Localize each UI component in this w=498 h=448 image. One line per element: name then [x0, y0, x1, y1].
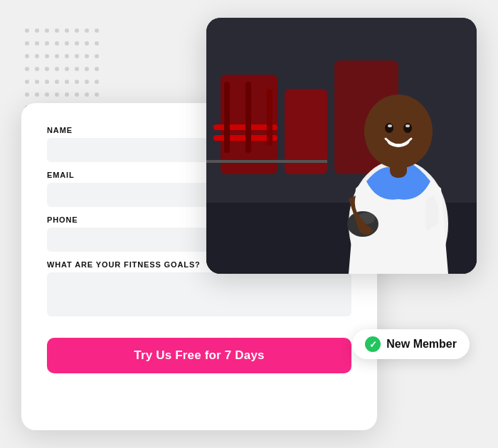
svg-point-134: [385, 123, 393, 133]
svg-point-0: [25, 28, 29, 33]
svg-point-31: [95, 67, 99, 71]
svg-point-46: [85, 92, 89, 97]
svg-point-26: [45, 67, 49, 71]
svg-point-1: [35, 28, 39, 33]
gym-image-card: [206, 18, 477, 274]
svg-point-23: [95, 54, 99, 58]
svg-point-15: [95, 41, 99, 46]
svg-rect-127: [206, 160, 327, 163]
svg-point-18: [45, 54, 49, 58]
svg-point-13: [75, 41, 79, 46]
svg-point-41: [35, 92, 39, 97]
scene: // Rendered inline below: [21, 18, 477, 430]
svg-point-16: [25, 54, 29, 58]
svg-point-37: [75, 80, 79, 84]
svg-point-35: [55, 80, 59, 84]
svg-point-17: [35, 54, 39, 58]
svg-rect-129: [245, 82, 251, 153]
svg-point-42: [45, 92, 49, 97]
svg-point-29: [75, 67, 79, 71]
goals-textarea[interactable]: [47, 272, 351, 316]
svg-point-20: [65, 54, 69, 58]
svg-point-8: [25, 41, 29, 46]
svg-point-137: [406, 124, 410, 127]
svg-point-2: [45, 28, 49, 33]
svg-point-33: [35, 80, 39, 84]
svg-point-19: [55, 54, 59, 58]
svg-point-36: [65, 80, 69, 84]
svg-point-40: [25, 92, 29, 97]
svg-point-14: [85, 41, 89, 46]
submit-button[interactable]: Try Us Free for 7 Days: [47, 338, 351, 373]
svg-point-22: [85, 54, 89, 58]
svg-point-21: [75, 54, 79, 58]
svg-point-24: [25, 67, 29, 71]
svg-point-27: [55, 67, 59, 71]
svg-point-5: [75, 28, 79, 33]
svg-point-11: [55, 41, 59, 46]
svg-point-7: [95, 28, 99, 33]
svg-point-30: [85, 67, 89, 71]
svg-point-9: [35, 41, 39, 46]
svg-point-39: [95, 80, 99, 84]
svg-point-12: [65, 41, 69, 46]
badge-label: New Member: [386, 338, 457, 351]
svg-point-45: [75, 92, 79, 97]
svg-point-4: [65, 28, 69, 33]
svg-point-32: [25, 80, 29, 84]
svg-point-47: [95, 92, 99, 97]
svg-point-136: [388, 124, 392, 127]
svg-point-44: [65, 92, 69, 97]
svg-point-34: [45, 80, 49, 84]
svg-point-28: [65, 67, 69, 71]
svg-point-6: [85, 28, 89, 33]
svg-point-25: [35, 67, 39, 71]
checkmark-icon: [365, 336, 381, 352]
gym-scene-illustration: [206, 18, 477, 274]
new-member-badge: New Member: [352, 329, 470, 359]
svg-point-38: [85, 80, 89, 84]
svg-point-10: [45, 41, 49, 46]
svg-point-3: [55, 28, 59, 33]
svg-rect-130: [267, 89, 272, 146]
svg-rect-128: [224, 82, 230, 153]
svg-point-43: [55, 92, 59, 97]
svg-point-133: [364, 95, 433, 169]
